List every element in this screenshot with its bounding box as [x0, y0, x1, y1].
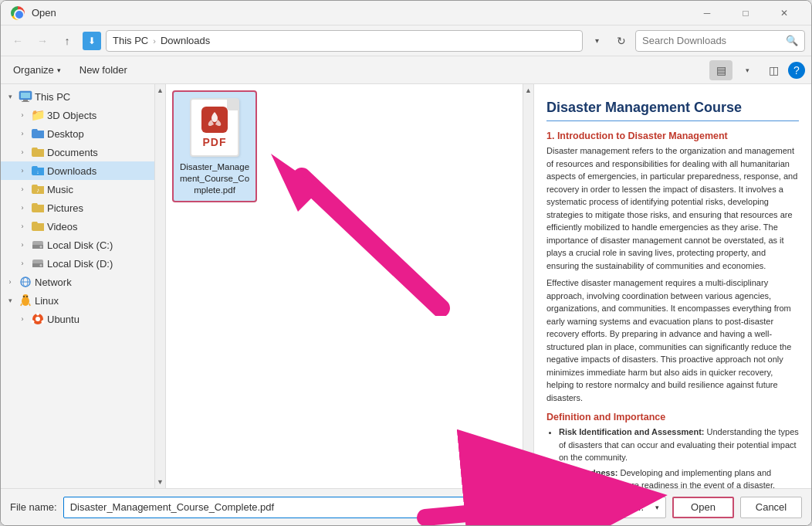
bottom-buttons: Open Cancel [672, 497, 802, 518]
forward-button[interactable]: → [32, 30, 53, 52]
svg-point-25 [42, 321, 45, 324]
linux-icon [18, 293, 33, 308]
pdf-icon-container: PDF [187, 97, 242, 158]
svg-point-18 [23, 296, 25, 297]
file-item-disaster-pdf[interactable]: PDF Disaster_Management_Course_Complete.… [172, 90, 257, 202]
up-button[interactable]: ↑ [56, 30, 78, 52]
minimize-button[interactable]: ─ [689, 1, 725, 25]
download-indicator: ⬇ [83, 32, 101, 50]
scroll-top-arrow[interactable]: ▲ [523, 84, 534, 97]
sidebar-item-linux[interactable]: ▾ Linux [1, 291, 154, 310]
svg-text:↓: ↓ [36, 169, 39, 175]
sidebar-item-downloads[interactable]: › ↓ Downloads [1, 161, 154, 180]
disk-icon-d [30, 256, 46, 271]
svg-rect-3 [23, 100, 28, 101]
refresh-button[interactable]: ↻ [611, 30, 632, 52]
sidebar-item-local-disk-c[interactable]: › Local Disk (C:) [1, 236, 154, 254]
ubuntu-icon [30, 311, 46, 327]
expand-icon-desktop: › [16, 127, 29, 140]
sidebar-label-desktop: Desktop [47, 128, 84, 140]
sidebar-label-ubuntu: Ubuntu [47, 314, 80, 325]
preview-definition-title: Definition and Importance [546, 412, 799, 422]
folder-icon-documents [30, 144, 46, 160]
sidebar-item-music[interactable]: › ♪ Music [1, 180, 154, 199]
sidebar-item-network[interactable]: › Network [1, 273, 154, 291]
svg-line-20 [21, 304, 22, 306]
file-type-label: Special Files (*.xbm;*.tif;*.jfif;*... [503, 501, 644, 513]
new-folder-button[interactable]: New folder [73, 60, 134, 80]
organize-button[interactable]: Organize ▾ [7, 60, 67, 80]
computer-icon [18, 89, 33, 104]
open-dialog: Open ─ □ ✕ ← → ↑ ⬇ This PC › Downloads ▾… [0, 0, 812, 526]
preview-title: Disaster Management Course [546, 100, 799, 121]
close-button[interactable]: ✕ [766, 1, 802, 25]
sidebar-item-ubuntu[interactable]: › Ubuntu [1, 310, 154, 328]
sidebar-label-linux: Linux [35, 295, 59, 307]
sidebar-item-local-disk-d[interactable]: › Local Disk (D:) [1, 254, 154, 273]
breadcrumb[interactable]: This PC › Downloads [106, 30, 583, 52]
svg-point-12 [40, 264, 42, 266]
file-area: ▲ ▼ [155, 84, 533, 488]
expand-icon-videos: › [16, 220, 29, 232]
chrome-icon [10, 5, 25, 21]
sidebar-label-local-disk-c: Local Disk (C:) [47, 239, 113, 251]
help-button[interactable]: ? [788, 62, 805, 79]
network-icon [18, 274, 33, 290]
preview-bullet-list: Risk Identification and Assessment: Unde… [559, 426, 799, 488]
view-list-icon: ▤ [716, 64, 726, 76]
sidebar-item-documents[interactable]: › Documents [1, 143, 154, 161]
new-folder-label: New folder [80, 64, 127, 76]
bottom-bar: File name: Special Files (*.xbm;*.tif;*.… [1, 488, 811, 525]
search-icon: 🔍 [786, 35, 798, 46]
maximize-button[interactable]: □ [728, 1, 763, 25]
search-input[interactable] [642, 35, 783, 46]
forward-icon: → [37, 35, 48, 47]
scroll-up-arrow[interactable]: ▲ [155, 84, 166, 97]
view-dropdown-button[interactable]: ▾ [736, 60, 759, 80]
back-button[interactable]: ← [7, 30, 29, 52]
expand-icon-local-disk-c: › [16, 239, 29, 251]
preview-section1-title: 1. Introduction to Disaster Management [546, 131, 799, 141]
disk-icon-c [30, 237, 46, 253]
folder-icon-pictures [30, 200, 46, 215]
expand-icon-downloads: › [16, 165, 29, 177]
sidebar-label-pictures: Pictures [47, 202, 83, 214]
expand-icon-network: › [4, 276, 16, 288]
sidebar-item-3d-objects[interactable]: › 📁 3D Objects [1, 106, 154, 124]
file-name-input[interactable] [63, 497, 490, 518]
pane-button[interactable]: ◫ [762, 60, 785, 80]
bullet-risk-term: Risk Identification and Assessment: [559, 427, 704, 436]
svg-point-23 [36, 317, 40, 321]
sidebar: ▾ This PC › 📁 3D Objects › Desktop [1, 84, 155, 488]
back-icon: ← [12, 35, 23, 47]
sidebar-item-pictures[interactable]: › Pictures [1, 199, 154, 217]
sidebar-label-network: Network [35, 277, 72, 288]
sidebar-item-desktop[interactable]: › Desktop [1, 124, 154, 143]
expand-icon-3d-objects: › [16, 109, 29, 121]
sidebar-item-this-pc[interactable]: ▾ This PC [1, 87, 154, 106]
window-title: Open [32, 7, 689, 19]
preview-section1-para2: Effective disaster management requires a… [546, 277, 799, 404]
download-arrow-icon: ⬇ [88, 36, 96, 46]
file-name-disaster: Disaster_Management_Course_Complete.pdf [178, 161, 251, 196]
breadcrumb-dropdown-button[interactable]: ▾ [586, 30, 607, 52]
sidebar-label-videos: Videos [47, 221, 78, 232]
open-button[interactable]: Open [672, 497, 734, 518]
scroll-down-arrow[interactable]: ▼ [155, 476, 166, 488]
preview-section1-para1: Disaster management refers to the organi… [546, 144, 799, 272]
bullet-risk: Risk Identification and Assessment: Unde… [559, 426, 799, 464]
scroll-bottom-arrow[interactable]: ▼ [523, 476, 534, 488]
up-icon: ↑ [65, 35, 70, 47]
file-name-label: File name: [10, 501, 57, 513]
svg-rect-4 [22, 101, 29, 102]
cancel-button[interactable]: Cancel [740, 497, 802, 518]
bullet-preparedness-term: Preparedness: [559, 468, 617, 477]
expand-icon-local-disk-d: › [16, 257, 29, 270]
pink-arrow-overlay [255, 146, 456, 316]
svg-line-28 [302, 177, 441, 308]
file-type-dropdown[interactable]: Special Files (*.xbm;*.tif;*.jfif;*... ▾ [496, 497, 666, 518]
view-list-button[interactable]: ▤ [709, 60, 732, 80]
breadcrumb-downloads: Downloads [161, 35, 210, 46]
sidebar-item-videos[interactable]: › Videos [1, 217, 154, 236]
search-box[interactable]: 🔍 [635, 30, 805, 52]
